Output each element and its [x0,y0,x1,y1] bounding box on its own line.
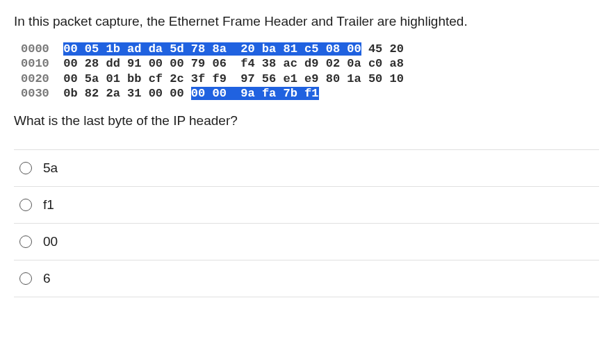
hex-highlight: 00 05 1b ad da 5d 78 8a 20 ba 81 c5 08 0… [63,42,361,56]
answer-label: 00 [43,234,58,249]
answer-label: f1 [43,197,54,213]
hex-bytes: 00 28 dd 91 00 00 79 06 f4 38 ac d9 02 0… [49,57,404,70]
hex-highlight: 00 00 9a fa 7b f1 [191,87,319,100]
radio-icon[interactable] [19,272,32,285]
answer-label: 6 [43,271,51,286]
radio-icon[interactable] [19,235,32,248]
answer-label: 5a [43,160,58,176]
hex-offset: 0000 [21,42,49,56]
answer-options: 5af1006 [14,149,599,297]
radio-icon[interactable] [19,199,32,211]
hex-bytes [49,42,63,56]
hex-offset: 0030 [21,87,49,100]
answer-option-1[interactable]: f1 [14,187,599,224]
hex-bytes: 45 20 [361,42,404,56]
question-intro: In this packet capture, the Ethernet Fra… [14,14,599,29]
hex-dump: 0000 00 05 1b ad da 5d 78 8a 20 ba 81 c5… [21,42,599,101]
sub-question: What is the last byte of the IP header? [14,113,599,129]
hex-offset: 0020 [21,72,49,85]
answer-option-3[interactable]: 6 [14,260,599,297]
hex-bytes: 00 5a 01 bb cf 2c 3f f9 97 56 e1 e9 80 1… [49,72,404,85]
answer-option-0[interactable]: 5a [14,150,599,187]
hex-offset: 0010 [21,57,49,70]
hex-bytes: 0b 82 2a 31 00 00 [49,87,191,100]
answer-option-2[interactable]: 00 [14,224,599,260]
radio-icon[interactable] [19,162,32,174]
